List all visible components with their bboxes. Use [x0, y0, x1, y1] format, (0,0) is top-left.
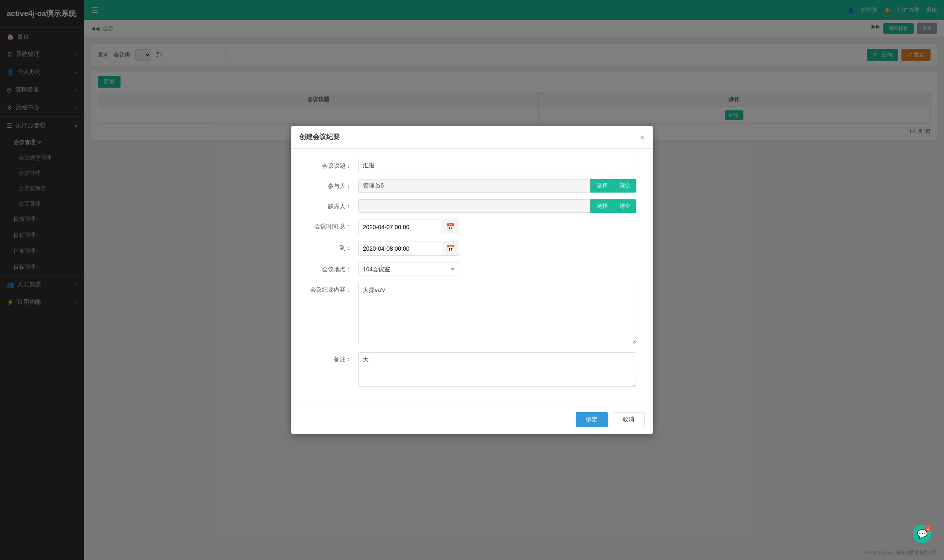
absent-clear-btn[interactable]: 清空	[614, 199, 636, 213]
time-from-cal-btn[interactable]: 📅	[442, 220, 459, 234]
attendees-label: 参与人：	[308, 179, 358, 190]
time-to-control: 📅	[358, 241, 636, 256]
location-select-wrapper: 104会议室 201会议室 302会议室	[358, 263, 459, 276]
remark-row: 备注： 大	[308, 352, 636, 388]
content-row: 会议纪要内容： 大操va'v	[308, 283, 636, 346]
absent-label: 缺席人：	[308, 199, 358, 210]
topic-label: 会议议题：	[308, 159, 358, 170]
remark-control: 大	[358, 352, 636, 388]
time-from-datetime: 📅	[358, 220, 459, 234]
create-minutes-dialog: 创建会议纪要 × 会议议题： 参与人： 选择 清空	[291, 126, 653, 434]
attendees-row: 参与人： 选择 清空	[308, 179, 636, 193]
topic-control	[358, 159, 636, 172]
attendees-control: 选择 清空	[358, 179, 636, 193]
time-from-row: 会议时间 从： 📅	[308, 220, 636, 234]
topic-input[interactable]	[358, 159, 636, 172]
cancel-btn[interactable]: 取消	[612, 412, 645, 427]
chat-badge: 1	[925, 525, 931, 531]
absent-input-group: 选择 清空	[358, 199, 636, 213]
absent-input	[358, 199, 590, 213]
time-to-label: 到：	[308, 241, 358, 252]
chat-fab[interactable]: 💬 1	[913, 525, 931, 543]
dialog-close-btn[interactable]: ×	[640, 133, 645, 142]
location-control: 104会议室 201会议室 302会议室	[358, 263, 636, 276]
location-row: 会议地点： 104会议室 201会议室 302会议室	[308, 263, 636, 276]
attendees-input-group: 选择 清空	[358, 179, 636, 193]
content-control: 大操va'v	[358, 283, 636, 346]
time-to-cal-btn[interactable]: 📅	[442, 241, 459, 255]
dialog-body: 会议议题： 参与人： 选择 清空 缺席人：	[291, 149, 653, 405]
absent-control: 选择 清空	[358, 199, 636, 213]
remark-label: 备注：	[308, 352, 358, 363]
location-select[interactable]: 104会议室 201会议室 302会议室	[358, 263, 459, 276]
time-from-control: 📅	[358, 220, 636, 234]
time-from-input[interactable]	[359, 221, 442, 233]
dialog-header: 创建会议纪要 ×	[291, 126, 653, 149]
absent-row: 缺席人： 选择 清空	[308, 199, 636, 213]
content-textarea[interactable]: 大操va'v	[358, 283, 636, 344]
attendees-clear-btn[interactable]: 清空	[614, 179, 636, 193]
attendees-select-btn[interactable]: 选择	[590, 179, 614, 193]
time-to-datetime: 📅	[358, 241, 459, 256]
absent-select-btn[interactable]: 选择	[590, 199, 614, 213]
time-from-label: 会议时间 从：	[308, 220, 358, 230]
dialog-title: 创建会议纪要	[299, 133, 640, 142]
remark-textarea[interactable]: 大	[358, 352, 636, 387]
location-label: 会议地点：	[308, 263, 358, 273]
dialog-footer: 确定 取消	[291, 405, 653, 434]
dialog-overlay: 创建会议纪要 × 会议议题： 参与人： 选择 清空	[0, 0, 944, 560]
attendees-input	[358, 179, 590, 193]
confirm-btn[interactable]: 确定	[576, 412, 608, 427]
content-label: 会议纪要内容：	[308, 283, 358, 294]
time-to-row: 到： 📅	[308, 241, 636, 256]
topic-row: 会议议题：	[308, 159, 636, 172]
time-to-input[interactable]	[359, 242, 442, 255]
